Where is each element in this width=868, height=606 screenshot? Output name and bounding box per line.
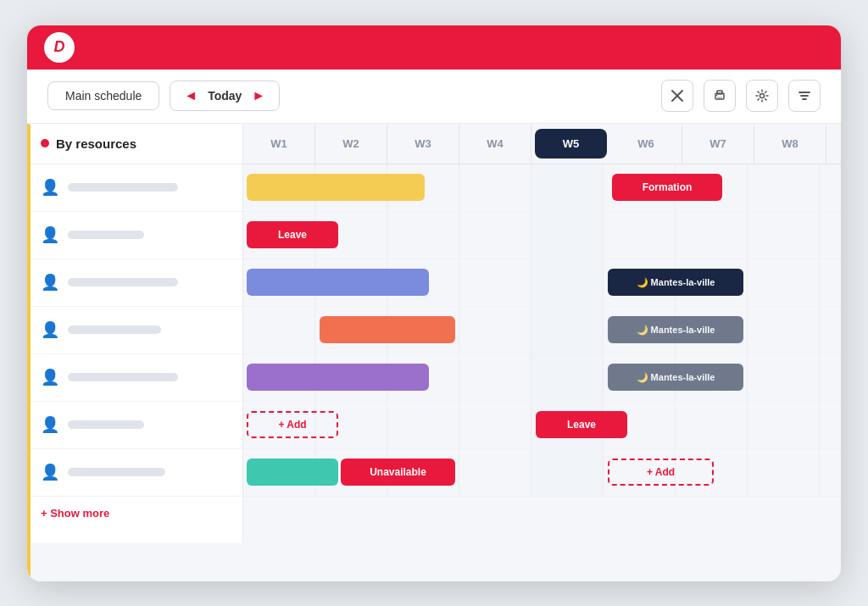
svg-point-6 [760, 94, 765, 98]
person-icon: 👤 [41, 463, 59, 481]
toolbar: Main schedule ◄ Today ► [27, 69, 841, 124]
event-bar[interactable] [320, 316, 455, 343]
event-bar[interactable] [247, 364, 429, 391]
today-label: Today [208, 89, 242, 103]
sidebar-wrapper: By resources 👤 👤 👤 [27, 124, 243, 581]
event-bar[interactable] [247, 174, 425, 201]
today-nav[interactable]: ◄ Today ► [170, 81, 280, 111]
person-icon: 👤 [41, 368, 59, 386]
list-item: 👤 [27, 354, 242, 402]
person-icon: 👤 [41, 415, 59, 434]
week-header-w8: W8 [754, 124, 826, 164]
week-header-w9: W9 [826, 124, 841, 164]
list-item: 👤 [27, 164, 242, 212]
app-window: D Main schedule ◄ Today ► [27, 25, 841, 581]
close-icon-btn[interactable] [661, 80, 693, 112]
grid-row: Unavailable + Add [243, 449, 841, 497]
person-icon: 👤 [41, 320, 59, 339]
settings-icon-btn[interactable] [746, 80, 778, 112]
resource-list: 👤 👤 👤 👤 [27, 164, 242, 497]
week-header-w5-active: W5 [535, 129, 607, 158]
resource-name-bar [68, 325, 161, 334]
grid-row: Leave [243, 212, 841, 259]
add-event-button[interactable]: + Add [247, 411, 338, 438]
resource-name-bar [68, 278, 178, 286]
person-icon: 👤 [41, 178, 59, 197]
print-icon-btn[interactable] [704, 80, 736, 112]
week-header-w4: W4 [459, 124, 531, 164]
grid-row: 🌙 Mantes-la-ville [243, 259, 841, 307]
list-item: 👤 [27, 307, 242, 354]
svg-rect-3 [717, 91, 722, 94]
yellow-accent [27, 124, 31, 581]
teal-event[interactable] [247, 459, 338, 486]
event-bar[interactable] [247, 269, 429, 296]
toolbar-right [661, 80, 821, 112]
red-dot [41, 139, 49, 147]
week-header-w2: W2 [315, 124, 387, 164]
filter-icon-btn[interactable] [788, 80, 821, 112]
grid-row: 🌙 Mantes-la-ville [243, 354, 841, 402]
prev-nav-icon[interactable]: ◄ [184, 88, 198, 103]
resource-name-bar [68, 468, 165, 476]
sidebar: By resources 👤 👤 👤 [27, 124, 243, 543]
show-more-button[interactable]: + Show more [27, 497, 242, 530]
add-event-button-2[interactable]: + Add [608, 459, 714, 486]
grid-row: 🌙 Mantes-la-ville [243, 307, 841, 354]
svg-point-5 [716, 95, 718, 97]
resource-name-bar [68, 420, 144, 429]
by-resources-title: By resources [56, 136, 136, 151]
unavailable-event[interactable]: Unavailable [341, 459, 455, 486]
schedule-grid: W1 W2 W3 W4 W5 W6 W7 W8 W9 [243, 124, 841, 581]
mantes-event-3[interactable]: 🌙 Mantes-la-ville [608, 364, 743, 391]
week-header-w3: W3 [387, 124, 459, 164]
svg-rect-4 [717, 97, 722, 99]
formation-event[interactable]: Formation [612, 174, 722, 201]
list-item: 👤 [27, 449, 242, 497]
resource-name-bar [68, 373, 178, 381]
person-icon: 👤 [41, 225, 59, 244]
schedule-dropdown[interactable]: Main schedule [47, 81, 159, 110]
grid-body: Formation Leave [243, 164, 841, 497]
leave-event[interactable]: Leave [247, 221, 338, 248]
person-icon: 👤 [41, 273, 59, 292]
next-nav-icon[interactable]: ► [252, 88, 265, 103]
list-item: 👤 [27, 259, 242, 307]
sidebar-header: By resources [27, 124, 242, 164]
week-header-w1: W1 [243, 124, 315, 164]
toolbar-left: Main schedule ◄ Today ► [47, 81, 648, 111]
week-header-w7: W7 [682, 124, 754, 164]
mantes-event-1[interactable]: 🌙 Mantes-la-ville [608, 269, 743, 296]
grid-header: W1 W2 W3 W4 W5 W6 W7 W8 W9 [243, 124, 841, 164]
list-item: 👤 [27, 402, 242, 449]
resource-name-bar [68, 183, 178, 192]
grid-row: + Add Leave [243, 402, 841, 449]
mantes-event-2[interactable]: 🌙 Mantes-la-ville [608, 316, 743, 343]
resource-name-bar [68, 231, 144, 239]
list-item: 👤 [27, 212, 242, 259]
logo: D [44, 32, 75, 63]
week-header-w6: W6 [610, 124, 682, 164]
main-content: By resources 👤 👤 👤 [27, 124, 841, 581]
grid-row: Formation [243, 164, 841, 212]
header-bar: D [27, 25, 841, 69]
leave-event-2[interactable]: Leave [536, 411, 627, 438]
